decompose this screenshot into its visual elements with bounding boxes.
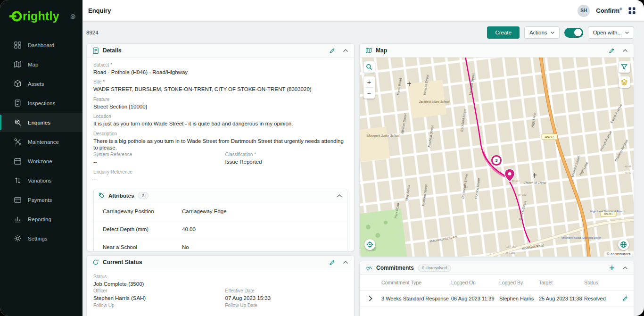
brightly-logo-mark xyxy=(9,10,22,23)
sidebar-item-inspections[interactable]: Inspections xyxy=(0,93,83,113)
sidebar-item-dashboard[interactable]: Dashboard xyxy=(0,35,83,55)
sidebar-item-label: Inspections xyxy=(28,100,55,106)
details-title: Details xyxy=(103,47,121,54)
commitment-type: 3 Weeks Standard Response xyxy=(381,296,451,301)
assets-icon xyxy=(14,80,22,88)
details-panel: Details Subject * Road - Pothole (H046) … xyxy=(86,43,355,251)
map-zoom-control: + − xyxy=(363,76,375,99)
sidebar-item-map[interactable]: Map xyxy=(0,55,83,74)
column-status: Status xyxy=(584,280,617,285)
sidebar-item-enquiries[interactable]: Enquiries xyxy=(0,113,83,132)
status-value: Job Complete (3500) xyxy=(93,281,347,287)
house-number: 89-107 xyxy=(512,179,520,182)
commitments-panel: Commitments 0 Unresolved Commitment Type… xyxy=(359,261,634,316)
map-canvas[interactable]: A5272 B5051 Park Road Hamil Road Minster… xyxy=(360,58,634,257)
reporting-icon xyxy=(14,215,22,223)
collapse-attributes-chevron-icon[interactable] xyxy=(337,194,342,198)
details-icon xyxy=(92,47,99,54)
sidebar-collapse-icon[interactable]: ⊗ xyxy=(70,13,76,20)
officer-label: Officer xyxy=(93,288,216,293)
house-number: 167-181 xyxy=(506,245,516,248)
edit-status-pencil-icon[interactable] xyxy=(329,259,335,266)
search-icon xyxy=(366,64,372,70)
enquiry-reference-label: Enquiry Reference xyxy=(93,169,347,175)
sidebar-item-label: Map xyxy=(28,62,38,67)
collapse-details-chevron-icon[interactable] xyxy=(343,49,348,52)
commitment-row[interactable]: 3 Weeks Standard Response 06 Aug 2023 11… xyxy=(360,291,634,307)
attributes-title: Attributes xyxy=(108,193,134,199)
map-panel-icon xyxy=(365,47,372,54)
site-label: Site * xyxy=(93,79,347,84)
unresolved-badge: 0 Unresolved xyxy=(418,265,451,272)
actions-button[interactable]: Actions xyxy=(524,26,560,39)
app-window: rightly ⊗ Dashboard Map Assets Inspectio… xyxy=(0,0,644,316)
sidebar-item-maintenance[interactable]: Maintenance xyxy=(0,132,83,151)
commitment-logged-by: Stephen Harris xyxy=(499,296,539,301)
attribute-name: Defect Depth (mm) xyxy=(103,226,182,232)
sidebar-item-settings[interactable]: Settings xyxy=(0,229,83,248)
park-area xyxy=(360,209,407,257)
attribute-name: Near a School xyxy=(103,244,182,250)
sidebar: rightly ⊗ Dashboard Map Assets Inspectio… xyxy=(0,0,83,316)
brightly-logo: rightly xyxy=(9,9,59,23)
map-locate-button[interactable] xyxy=(364,239,375,250)
sidebar-item-label: Enquiries xyxy=(28,120,50,125)
enquiries-icon xyxy=(14,118,22,126)
svg-text:A5272: A5272 xyxy=(545,135,554,139)
collapse-status-chevron-icon[interactable] xyxy=(343,260,348,264)
sidebar-item-label: Workzone xyxy=(28,158,52,164)
edit-map-pencil-icon[interactable] xyxy=(609,48,615,54)
sidebar-item-assets[interactable]: Assets xyxy=(0,74,83,93)
app-grid-icon[interactable] xyxy=(628,7,636,14)
map-zoom-out-button[interactable]: − xyxy=(363,88,375,99)
svg-text:3: 3 xyxy=(495,158,497,163)
sidebar-item-payments[interactable]: Payments xyxy=(0,190,83,209)
collapse-map-chevron-icon[interactable] xyxy=(622,49,628,52)
record-id: 8924 xyxy=(86,30,99,35)
system-reference-value: -- xyxy=(93,158,216,165)
map-icon xyxy=(14,60,22,68)
payments-icon xyxy=(14,196,22,204)
sidebar-item-reporting[interactable]: Reporting xyxy=(0,209,83,229)
map-search-button[interactable] xyxy=(363,61,375,73)
location-value: It is just as you turn onto Wade Street … xyxy=(93,120,347,127)
map-filter-button[interactable] xyxy=(619,61,630,73)
map-basemap-button[interactable] xyxy=(618,239,629,250)
variations-icon xyxy=(14,176,22,184)
chevron-down-icon xyxy=(625,32,629,34)
sidebar-item-variations[interactable]: Variations xyxy=(0,171,83,190)
open-with-button[interactable]: Open with... xyxy=(588,26,634,39)
collapse-commitments-chevron-icon[interactable] xyxy=(622,266,628,270)
globe-icon xyxy=(620,241,627,248)
map-zoom-in-button[interactable]: + xyxy=(363,76,375,87)
create-button[interactable]: Create xyxy=(487,26,520,39)
avatar[interactable]: SH xyxy=(578,5,590,17)
map-layers-button[interactable] xyxy=(619,76,630,88)
officer-value: Stephen Harris (SAH) xyxy=(93,295,216,301)
commitment-status: Resolved xyxy=(584,296,617,301)
feature-value: Street Section [10000] xyxy=(93,103,347,110)
sidebar-item-label: Maintenance xyxy=(28,139,59,145)
commitment-target: 25 Aug 2023 11:38 xyxy=(539,296,584,301)
commitments-handshake-icon xyxy=(365,265,372,271)
description-label: Description xyxy=(93,131,347,136)
edit-details-pencil-icon[interactable] xyxy=(329,48,335,54)
school-grounds xyxy=(360,126,390,162)
brightly-logo-text: rightly xyxy=(23,9,59,23)
house-number: 40-42 xyxy=(625,171,631,174)
product-name: Confirm® xyxy=(596,7,622,14)
product-label: Confirm xyxy=(596,7,619,14)
expand-row-chevron-icon[interactable] xyxy=(369,296,372,301)
current-status-title: Current Status xyxy=(103,259,142,266)
current-status-icon xyxy=(92,259,99,266)
record-open-toggle[interactable] xyxy=(564,28,583,38)
map-panel: Map xyxy=(359,43,634,257)
house-number: 84-102 xyxy=(518,193,526,196)
sidebar-item-workzone[interactable]: Workzone xyxy=(0,151,83,171)
column-logged-by: Logged By xyxy=(499,280,539,285)
map-numbered-marker[interactable]: 3 xyxy=(492,156,501,165)
add-commitment-plus-icon[interactable] xyxy=(609,265,615,271)
commitment-logged-on: 06 Aug 2023 11:39 xyxy=(451,296,499,301)
effective-date-label: Effective Date xyxy=(225,288,348,293)
edit-commitment-pencil-icon[interactable] xyxy=(622,296,628,301)
